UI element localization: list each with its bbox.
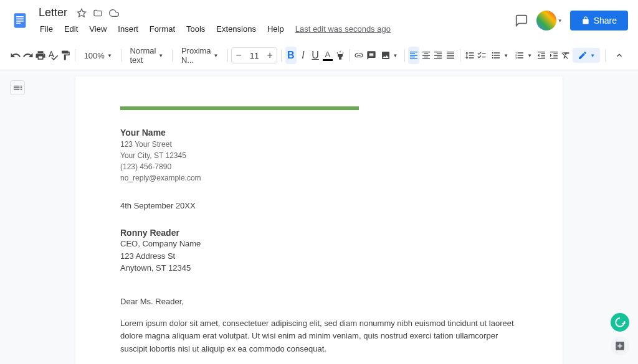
salutation[interactable]: Dear Ms. Reader,	[120, 297, 518, 306]
recipient-street[interactable]: 123 Address St	[120, 250, 518, 263]
separator	[404, 49, 405, 62]
clear-format-button[interactable]	[561, 47, 572, 64]
sender-name[interactable]: Your Name	[120, 128, 518, 138]
svg-rect-1	[16, 16, 24, 17]
text-color-button[interactable]: A	[322, 47, 333, 64]
spellcheck-icon[interactable]	[47, 47, 59, 64]
explore-button[interactable]	[611, 337, 629, 355]
share-button[interactable]: Share	[570, 11, 628, 30]
numbered-list-button[interactable]: ▼	[512, 48, 535, 63]
side-buttons	[611, 313, 629, 355]
separator	[121, 49, 121, 62]
comment-history-icon[interactable]	[514, 13, 529, 28]
font-dropdown[interactable]: Proxima N...▼	[176, 44, 224, 67]
recipient-title[interactable]: CEO, Company Name	[120, 238, 518, 250]
avatar-icon	[536, 11, 556, 30]
move-icon[interactable]	[92, 7, 103, 19]
menu-tools[interactable]: Tools	[181, 22, 210, 36]
header: Letter File Edit View Insert Format Tool…	[0, 0, 638, 41]
style-dropdown[interactable]: Normal text▼	[125, 44, 168, 67]
toolbar-end: ▼	[573, 47, 628, 64]
menu-insert[interactable]: Insert	[113, 22, 143, 36]
share-label: Share	[594, 16, 617, 26]
separator	[227, 49, 228, 62]
docs-logo-icon[interactable]	[10, 11, 30, 30]
separator	[605, 49, 606, 62]
svg-marker-5	[77, 9, 85, 17]
outline-button[interactable]	[10, 80, 25, 95]
insert-image-button[interactable]: ▼	[378, 48, 401, 63]
print-icon[interactable]	[35, 47, 46, 64]
align-justify-button[interactable]	[445, 47, 456, 64]
date-line[interactable]: 4th September 20XX	[120, 201, 518, 210]
svg-rect-3	[16, 21, 24, 22]
checklist-button[interactable]	[476, 47, 487, 64]
menu-format[interactable]: Format	[145, 22, 180, 36]
menu-edit[interactable]: Edit	[59, 22, 83, 36]
menu-file[interactable]: File	[35, 22, 58, 36]
align-center-button[interactable]	[421, 47, 432, 64]
bullet-list-button[interactable]: ▼	[488, 48, 511, 63]
doc-title[interactable]: Letter	[35, 5, 71, 21]
menu-bar: File Edit View Insert Format Tools Exten…	[35, 22, 509, 36]
insert-link-button[interactable]	[353, 47, 364, 64]
italic-button[interactable]: I	[298, 47, 309, 64]
body-paragraph[interactable]: Lorem ipsum dolor sit amet, consectetuer…	[120, 317, 518, 356]
collapse-toolbar-button[interactable]	[611, 47, 628, 64]
svg-rect-2	[16, 19, 24, 20]
bold-button[interactable]: B	[285, 47, 297, 64]
underline-button[interactable]: U	[310, 47, 321, 64]
align-left-button[interactable]	[408, 47, 419, 64]
menu-help[interactable]: Help	[262, 22, 289, 36]
highlight-button[interactable]	[335, 47, 346, 64]
sender-email[interactable]: no_reply@example.com	[120, 172, 518, 184]
title-area: Letter File Edit View Insert Format Tool…	[35, 5, 509, 36]
decrease-indent-button[interactable]	[536, 47, 547, 64]
separator	[349, 49, 350, 62]
title-row: Letter	[35, 5, 509, 21]
sender-street[interactable]: 123 Your Street	[120, 139, 518, 150]
toolbar: 100%▼ Normal text▼ Proxima N...▼ − + B I…	[0, 41, 638, 70]
redo-icon[interactable]	[22, 47, 34, 64]
svg-rect-4	[16, 23, 21, 24]
menu-view[interactable]: View	[84, 22, 112, 36]
star-icon[interactable]	[76, 7, 87, 19]
lock-icon	[581, 16, 590, 25]
grammarly-icon[interactable]	[611, 313, 629, 332]
font-size-input[interactable]	[245, 51, 263, 60]
separator	[75, 49, 75, 62]
font-size-group: − +	[231, 47, 277, 63]
sender-city[interactable]: Your City, ST 12345	[120, 150, 518, 161]
increase-indent-button[interactable]	[548, 47, 559, 64]
undo-icon[interactable]	[10, 47, 21, 64]
document-area[interactable]: Your Name 123 Your Street Your City, ST …	[0, 70, 638, 364]
editing-mode-button[interactable]: ▼	[573, 48, 600, 63]
separator	[460, 49, 460, 62]
cloud-icon[interactable]	[108, 7, 120, 19]
sender-phone[interactable]: (123) 456-7890	[120, 161, 518, 172]
paint-format-icon[interactable]	[60, 47, 71, 64]
header-accent-bar	[120, 106, 359, 110]
header-right: ▼ Share	[514, 11, 628, 30]
page[interactable]: Your Name 123 Your Street Your City, ST …	[75, 77, 563, 364]
insert-comment-button[interactable]	[366, 47, 377, 64]
decrease-font-button[interactable]: −	[232, 48, 245, 63]
line-spacing-button[interactable]	[464, 47, 475, 64]
increase-font-button[interactable]: +	[263, 48, 277, 63]
last-edit-link[interactable]: Last edit was seconds ago	[295, 24, 391, 34]
zoom-dropdown[interactable]: 100%▼	[79, 49, 117, 63]
separator	[281, 49, 282, 62]
menu-extensions[interactable]: Extensions	[211, 22, 261, 36]
separator	[172, 49, 173, 62]
recipient-name[interactable]: Ronny Reader	[120, 228, 518, 238]
chevron-down-icon: ▼	[558, 18, 563, 24]
account-switcher[interactable]: ▼	[536, 11, 563, 30]
recipient-city[interactable]: Anytown, ST 12345	[120, 262, 518, 274]
align-right-button[interactable]	[433, 47, 444, 64]
